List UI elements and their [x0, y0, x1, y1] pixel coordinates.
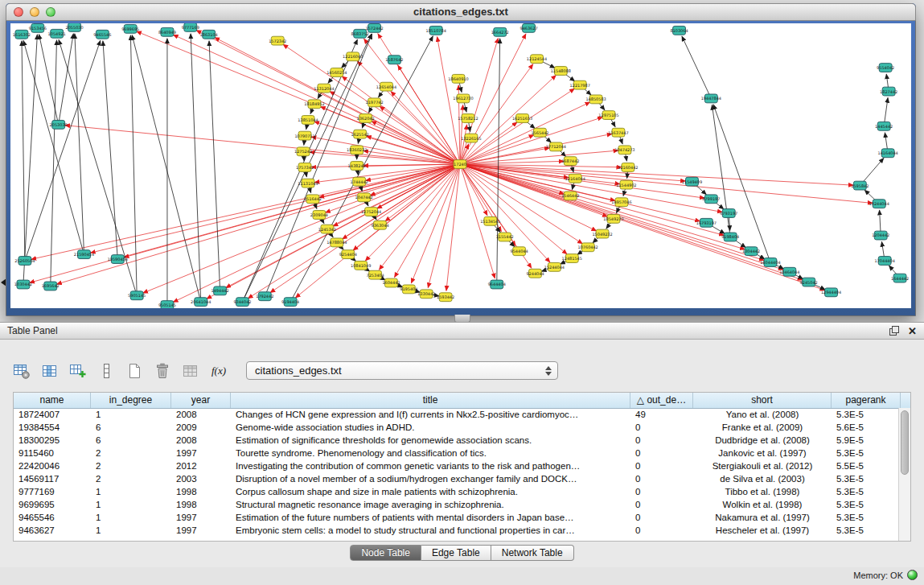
- table-scrollbar[interactable]: [898, 408, 910, 541]
- graph-edge[interactable]: [124, 164, 460, 257]
- graph-edge[interactable]: [51, 40, 57, 286]
- show-columns-button[interactable]: [41, 362, 59, 380]
- cell-out-de: 0: [630, 435, 693, 447]
- cell-short: Jankovic et al. (1997): [693, 447, 832, 460]
- graph-edge[interactable]: [370, 164, 460, 196]
- graph-node-label: 1695642: [42, 283, 60, 288]
- graph-edge[interactable]: [411, 164, 460, 283]
- table-selector-value: citations_edges.txt: [255, 365, 545, 377]
- table-row[interactable]: 2242004622012Investigating the contribut…: [14, 460, 910, 473]
- close-window-button[interactable]: [14, 7, 23, 17]
- cell-name: 9465546: [14, 512, 91, 525]
- graph-edge[interactable]: [25, 40, 101, 261]
- column-header-short[interactable]: short: [693, 393, 832, 408]
- column-header-year[interactable]: year: [171, 393, 231, 408]
- cell-name: 18724007: [14, 409, 91, 422]
- status-bar: Memory: OK: [0, 567, 924, 585]
- table-row[interactable]: 946554611997Estimation of the future num…: [14, 512, 910, 525]
- graph-edge[interactable]: [132, 35, 201, 303]
- graph-edge[interactable]: [460, 117, 602, 164]
- network-frame: 1616302915345610549212055030946554696996…: [6, 21, 916, 316]
- row-tools-button[interactable]: [97, 362, 115, 380]
- zoom-window-button[interactable]: [46, 7, 55, 17]
- table-row[interactable]: 1938455462009Genome-wide association stu…: [14, 422, 910, 435]
- show-columns-icon: [41, 362, 59, 380]
- graph-edge[interactable]: [446, 164, 460, 290]
- column-header-pagerank[interactable]: pagerank: [832, 393, 901, 408]
- cell-year: 1997: [171, 525, 231, 538]
- graph-edge[interactable]: [682, 36, 711, 98]
- cell-pagerank: 5.9E-5: [832, 435, 901, 447]
- graph-node-label: 21590454: [74, 252, 94, 257]
- graph-edge[interactable]: [31, 164, 460, 259]
- cell-title: Corpus callosum shape and size in male p…: [231, 486, 630, 499]
- column-header-in-degree[interactable]: in_degree: [91, 393, 171, 408]
- graph-edge[interactable]: [460, 164, 567, 254]
- graph-edge[interactable]: [191, 34, 201, 302]
- graph-node-label: 1572442: [366, 26, 384, 31]
- graph-edge[interactable]: [209, 41, 220, 291]
- import-table-button[interactable]: [182, 362, 199, 380]
- tab-edge-table[interactable]: Edge Table: [421, 545, 491, 561]
- graph-edge[interactable]: [215, 37, 460, 164]
- graph-edge[interactable]: [460, 122, 517, 164]
- graph-edge[interactable]: [23, 35, 37, 285]
- network-canvas[interactable]: 1616302915345610549212055030946554696996…: [10, 23, 911, 308]
- graph-node-label: 1155442: [496, 234, 514, 239]
- graph-node-label: 9777169: [182, 25, 199, 30]
- graph-node-label: 9544044: [511, 249, 528, 253]
- column-header-name[interactable]: name: [14, 393, 91, 408]
- graph-node-label: 8640949: [158, 30, 176, 35]
- cell-name: 9777169: [14, 486, 91, 499]
- graph-node-label: 12752044: [361, 209, 381, 214]
- table-mode-button[interactable]: [13, 362, 31, 380]
- close-panel-button[interactable]: ✕: [908, 326, 917, 336]
- graph-edge[interactable]: [380, 106, 460, 164]
- column-header-out-de[interactable]: △ out_de…: [630, 393, 693, 408]
- graph-edge[interactable]: [379, 164, 460, 270]
- graph-edge[interactable]: [22, 41, 25, 261]
- graph-node-label: 18360232: [347, 147, 367, 152]
- graph-edge[interactable]: [75, 34, 84, 254]
- table-row[interactable]: 1830029562008Estimation of significance …: [14, 435, 910, 447]
- graph-edge[interactable]: [23, 40, 84, 254]
- table-row[interactable]: 911546021997Tourette syndrome. Phenomeno…: [14, 447, 910, 460]
- graph-node-label: 15244044: [544, 265, 565, 270]
- function-builder-button[interactable]: f(x): [210, 362, 228, 380]
- scrollbar-thumb[interactable]: [901, 410, 909, 475]
- graph-node-label: 1445442: [875, 124, 893, 129]
- new-table-button[interactable]: [125, 362, 143, 380]
- table-selector-dropdown[interactable]: citations_edges.txt: [246, 361, 558, 380]
- graph-node-label: 17712044: [546, 144, 566, 149]
- graph-edge[interactable]: [226, 164, 460, 288]
- table-row[interactable]: 969969511998Structural magnetic resonanc…: [14, 499, 910, 512]
- graph-edge[interactable]: [196, 31, 460, 165]
- minimize-window-button[interactable]: [30, 7, 39, 17]
- create-column-button[interactable]: [69, 362, 87, 380]
- memory-status-icon[interactable]: [907, 570, 918, 580]
- tab-node-table[interactable]: Node Table: [350, 545, 421, 561]
- cell-year: 2009: [171, 422, 231, 435]
- table-row[interactable]: 946362711997Embryonic stem cells: a mode…: [14, 525, 910, 538]
- cell-name: 9699695: [14, 499, 91, 512]
- table-row[interactable]: 1456911722003Disruption of a novel membe…: [14, 473, 910, 486]
- graph-edge[interactable]: [460, 164, 725, 235]
- dropdown-arrows-icon: [545, 366, 552, 376]
- column-header-title[interactable]: title: [231, 393, 630, 408]
- table-row[interactable]: 1872400712008Changes of HCN gene express…: [14, 409, 910, 422]
- graph-edge[interactable]: [497, 39, 500, 285]
- tab-network-table[interactable]: Network Table: [491, 545, 574, 561]
- graph-node-label: 14560254: [326, 70, 347, 75]
- float-panel-button[interactable]: [889, 325, 900, 336]
- graph-node-label: 1197742: [366, 100, 384, 105]
- cell-short: Stergiakouli et al. (2012): [693, 460, 832, 473]
- graph-edge[interactable]: [130, 35, 137, 296]
- cell-short: Tibbo et al. (1998): [693, 486, 832, 499]
- cell-out-de: 49: [630, 409, 693, 422]
- table-row[interactable]: 977716911998Corpus callosum shape and si…: [14, 486, 910, 499]
- delete-column-button[interactable]: [154, 362, 171, 380]
- window-title-bar[interactable]: citations_edges.txt: [6, 3, 916, 21]
- graph-edge[interactable]: [460, 164, 825, 290]
- graph-node-label: 14957046: [611, 200, 631, 204]
- graph-edge[interactable]: [137, 31, 460, 164]
